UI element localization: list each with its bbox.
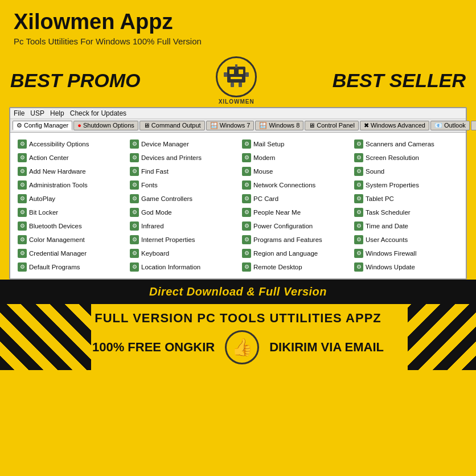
menu-usp[interactable]: USP — [30, 109, 44, 117]
grid-item-3-3[interactable]: System Properties — [350, 178, 462, 192]
tab-command-output[interactable]: 🖥 Command Output — [139, 121, 205, 130]
grid-item-0-1[interactable]: Action Center — [14, 151, 126, 165]
grid-item-2-2[interactable]: Mouse — [238, 165, 350, 178]
tab-shutdown-options[interactable]: ● Shutdown Options — [73, 121, 138, 130]
win8-icon: 🪟 — [259, 122, 267, 129]
svg-rect-8 — [239, 83, 242, 87]
grid-item-1-6[interactable]: Infrared — [126, 219, 238, 233]
gear-icon — [242, 262, 251, 272]
gear-icon — [354, 208, 363, 217]
grid-item-label: Mouse — [253, 168, 273, 175]
grid-item-label: Remote Desktop — [253, 264, 302, 270]
gear-icon — [130, 139, 139, 149]
gear-icon — [130, 221, 139, 231]
grid-item-label: Sound — [366, 168, 384, 175]
grid-item-0-3[interactable]: Administration Tools — [14, 178, 126, 192]
grid-item-2-7[interactable]: Programs and Features — [238, 233, 350, 247]
tab-windows8[interactable]: 🪟 Windows 8 — [255, 121, 303, 130]
svg-rect-4 — [235, 64, 237, 68]
grid-item-1-2[interactable]: Find Fast — [126, 165, 238, 178]
menu-help[interactable]: Help — [50, 109, 64, 117]
grid-item-0-8[interactable]: Credential Manager — [14, 247, 126, 260]
tab-outlook[interactable]: 📧 Outlook — [430, 121, 470, 130]
free-ongkir-row: 100% FREE ONGKIR 👍 DIKIRIM VIA EMAIL — [14, 330, 462, 364]
grid-item-label: Bluetooth Devices — [29, 223, 82, 229]
grid-item-1-9[interactable]: Location Information — [126, 260, 238, 274]
grid-item-3-0[interactable]: Scanners and Cameras — [350, 137, 462, 151]
gear-icon — [130, 208, 139, 217]
grid-item-3-4[interactable]: Tablet PC — [350, 192, 462, 206]
app-window: File USP Help Check for Updates ⚙ Config… — [9, 107, 467, 280]
grid-item-1-1[interactable]: Devices and Printers — [126, 151, 238, 165]
grid-item-1-7[interactable]: Internet Properties — [126, 233, 238, 247]
grid-item-0-2[interactable]: Add New Hardware — [14, 165, 126, 178]
grid-item-0-0[interactable]: Accessibility Options — [14, 137, 126, 151]
grid-col-0: Accessibility OptionsAction CenterAdd Ne… — [14, 137, 126, 274]
gear-icon — [242, 139, 251, 149]
grid-item-label: Device Manager — [141, 141, 189, 147]
gear-icon — [130, 194, 139, 203]
thumb-icon: 👍 — [225, 330, 259, 364]
tab-control-panel[interactable]: 🖥 Control Panel — [305, 121, 359, 130]
gear-icon — [354, 262, 363, 272]
svg-rect-1 — [229, 69, 234, 74]
menu-bar: File USP Help Check for Updates — [10, 108, 466, 119]
grid-item-label: Devices and Printers — [141, 154, 202, 161]
grid-item-label: Screen Resolution — [366, 154, 419, 161]
grid-item-label: User Accounts — [366, 236, 408, 243]
grid-item-label: Windows Firewall — [366, 250, 416, 257]
gear-icon — [18, 235, 27, 244]
grid-item-1-4[interactable]: Game Controllers — [126, 192, 238, 206]
tab-config-manager[interactable]: ⚙ Config Manager — [13, 121, 72, 130]
grid-item-3-7[interactable]: User Accounts — [350, 233, 462, 247]
gear-icon — [18, 262, 27, 272]
grid-item-2-9[interactable]: Remote Desktop — [238, 260, 350, 274]
grid-item-1-8[interactable]: Keyboard — [126, 247, 238, 260]
grid-item-label: Tablet PC — [366, 195, 394, 202]
app-title: Xilowmen Appz — [14, 10, 462, 34]
grid-item-label: Network Connections — [253, 182, 315, 188]
gear-icon — [242, 235, 251, 244]
grid-item-0-7[interactable]: Color Management — [14, 233, 126, 247]
gear-icon — [242, 208, 251, 217]
grid-item-2-6[interactable]: Power Configuration — [238, 219, 350, 233]
tab-windows-advanced[interactable]: ✖ Windows Advanced — [360, 121, 429, 130]
menu-check-updates[interactable]: Check for Updates — [70, 109, 126, 117]
grid-item-3-1[interactable]: Screen Resolution — [350, 151, 462, 165]
grid-item-1-0[interactable]: Device Manager — [126, 137, 238, 151]
menu-file[interactable]: File — [14, 109, 24, 117]
grid-item-3-8[interactable]: Windows Firewall — [350, 247, 462, 260]
grid-item-3-2[interactable]: Sound — [350, 165, 462, 178]
grid-item-2-8[interactable]: Region and Language — [238, 247, 350, 260]
grid-item-1-5[interactable]: God Mode — [126, 206, 238, 219]
grid-item-label: Add New Hardware — [29, 168, 86, 175]
gear-icon — [18, 249, 27, 258]
grid-item-3-6[interactable]: Time and Date — [350, 219, 462, 233]
grid-item-label: Color Management — [29, 236, 85, 243]
grid-item-2-3[interactable]: Network Connections — [238, 178, 350, 192]
gear-icon — [18, 208, 27, 217]
grid-item-2-4[interactable]: PC Card — [238, 192, 350, 206]
gear-icon — [18, 180, 27, 190]
gear-icon — [130, 167, 139, 176]
logo-icon — [216, 56, 257, 97]
grid-item-label: Game Controllers — [141, 195, 192, 202]
grid-item-0-4[interactable]: AutoPlay — [14, 192, 126, 206]
grid-item-label: Administration Tools — [29, 182, 88, 188]
grid-item-3-5[interactable]: Task Scheduler — [350, 206, 462, 219]
gear-icon — [354, 153, 363, 162]
tab-server-admin[interactable]: 🖥 Server Administation — [471, 121, 476, 130]
grid-item-label: Internet Properties — [141, 236, 195, 243]
grid-item-label: Find Fast — [141, 168, 169, 175]
grid-item-2-1[interactable]: Modem — [238, 151, 350, 165]
grid-item-2-0[interactable]: Mail Setup — [238, 137, 350, 151]
grid-item-label: Windows Update — [366, 264, 415, 270]
grid-item-1-3[interactable]: Fonts — [126, 178, 238, 192]
tab-windows7[interactable]: 🪟 Windows 7 — [206, 121, 255, 130]
grid-item-0-5[interactable]: Bit Locker — [14, 206, 126, 219]
grid-item-0-6[interactable]: Bluetooth Devices — [14, 219, 126, 233]
grid-item-2-5[interactable]: People Near Me — [238, 206, 350, 219]
full-version-text: FULL VERSION PC TOOLS UTTILITIES APPZ — [14, 311, 462, 326]
grid-item-0-9[interactable]: Default Programs — [14, 260, 126, 274]
grid-item-3-9[interactable]: Windows Update — [350, 260, 462, 274]
